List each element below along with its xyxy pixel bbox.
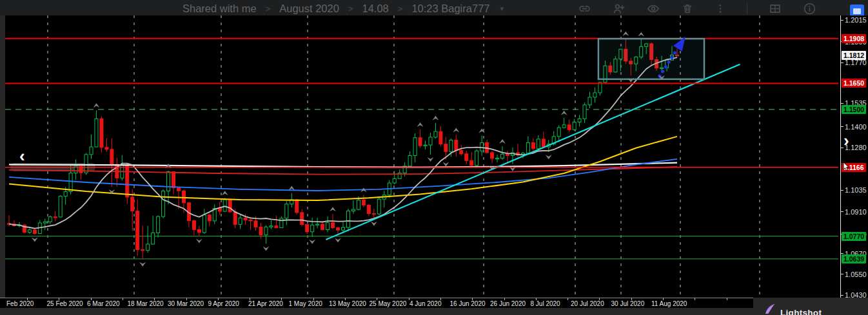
date-label: 18 Mar 2020 bbox=[128, 300, 164, 307]
price-tick-label: 1.0550 bbox=[845, 270, 867, 279]
price-tick-label: 1.1280 bbox=[845, 143, 867, 152]
price-badge-red: 1.1650 bbox=[842, 79, 866, 88]
price-tick-label: 1.0910 bbox=[845, 207, 867, 216]
candles bbox=[8, 39, 679, 260]
caret-down-icon[interactable]: ▾ bbox=[500, 5, 504, 13]
link-icon[interactable] bbox=[578, 2, 591, 15]
date-tick bbox=[567, 298, 568, 300]
chevron-right-icon: > bbox=[348, 4, 353, 14]
chevron-right-icon: > bbox=[266, 4, 271, 14]
price-axis-line bbox=[840, 15, 841, 298]
price-tick bbox=[841, 274, 843, 274]
date-label: 25 Feb 2020 bbox=[47, 300, 83, 307]
price-tick bbox=[841, 295, 843, 296]
date-tick bbox=[695, 298, 695, 300]
header-separator bbox=[747, 3, 747, 14]
eye-icon[interactable] bbox=[646, 2, 660, 15]
price-tick-label: 1.0430 bbox=[845, 291, 867, 300]
watermark-label: Lightshot bbox=[780, 308, 822, 315]
price-badge-current: 1.1812 bbox=[842, 51, 866, 60]
breadcrumb-14-08[interactable]: 14.08 bbox=[362, 3, 389, 15]
breadcrumb-august-2020[interactable]: August 2020 bbox=[279, 3, 339, 15]
date-label: 21 Apr 2020 bbox=[248, 300, 283, 307]
price-tick bbox=[841, 190, 843, 191]
scroll-left-arrow[interactable]: ‹ bbox=[19, 149, 25, 162]
date-label: 20 Jul 2020 bbox=[571, 300, 604, 307]
date-label: 8 Jul 2020 bbox=[531, 300, 560, 307]
ma-blue bbox=[9, 159, 677, 191]
price-badge-red: 1.1908 bbox=[842, 34, 866, 43]
price-badge-green: 1.1500 bbox=[842, 105, 866, 114]
screenshot-stage: Shared with me > August 2020 > 14.08 > 1… bbox=[0, 0, 868, 315]
price-tick-label: 1.1035 bbox=[845, 186, 867, 195]
chart-plot-area[interactable]: ‹ bbox=[5, 15, 838, 298]
date-axis: Feb 202025 Feb 20206 Mar 202018 Mar 2020… bbox=[0, 298, 753, 308]
date-label: 6 Mar 2020 bbox=[87, 300, 120, 307]
trendline bbox=[326, 64, 740, 240]
date-label: 11 Aug 2020 bbox=[651, 300, 687, 307]
price-axis: › 1.20151.18901.17701.15351.14001.12801.… bbox=[838, 15, 868, 298]
price-tick bbox=[841, 253, 843, 254]
date-label: 30 Jul 2020 bbox=[611, 300, 645, 307]
price-tick bbox=[841, 148, 843, 148]
date-label: 16 Jun 2020 bbox=[450, 300, 486, 307]
feather-icon bbox=[765, 303, 776, 314]
app-header: Shared with me > August 2020 > 14.08 > 1… bbox=[0, 0, 868, 15]
more-vertical-icon[interactable] bbox=[715, 2, 726, 15]
date-label: Feb 2020 bbox=[6, 300, 34, 307]
price-badge-green: 1.0770 bbox=[842, 232, 866, 241]
grid-icon[interactable] bbox=[768, 2, 782, 15]
person-add-icon[interactable] bbox=[612, 2, 626, 15]
price-tick-label: 1.1400 bbox=[845, 122, 867, 131]
breadcrumb: Shared with me > August 2020 > 14.08 > 1… bbox=[182, 0, 504, 15]
breadcrumb-shared-with-me[interactable]: Shared with me bbox=[182, 3, 257, 15]
date-label: 9 Apr 2020 bbox=[208, 300, 239, 307]
header-actions bbox=[578, 1, 816, 15]
date-tick bbox=[123, 298, 123, 300]
watermark: Lightshot bbox=[765, 303, 822, 314]
date-label: 30 Mar 2020 bbox=[168, 300, 204, 307]
ma-yellow bbox=[9, 137, 677, 200]
breadcrumb-file-title[interactable]: 10:23 Bagira777 bbox=[411, 3, 489, 15]
ma-white bbox=[9, 163, 677, 167]
chevron-right-icon: > bbox=[398, 4, 403, 14]
price-tick-label: 1.2015 bbox=[845, 15, 867, 24]
price-tick bbox=[841, 126, 843, 127]
zone-rectangle bbox=[598, 39, 704, 79]
date-label: 1 May 2020 bbox=[289, 300, 322, 307]
price-tick bbox=[841, 20, 843, 21]
mouse-cursor-icon bbox=[843, 162, 851, 171]
price-tick bbox=[841, 62, 843, 63]
calendar-icon[interactable] bbox=[850, 5, 864, 16]
date-label: 4 Jun 2020 bbox=[409, 300, 442, 307]
date-label: 25 May 2020 bbox=[370, 300, 407, 307]
resistance-lines bbox=[5, 39, 838, 167]
date-tick bbox=[727, 298, 727, 300]
date-label: 26 Jun 2020 bbox=[490, 300, 526, 307]
info-icon[interactable] bbox=[803, 2, 816, 15]
price-tick bbox=[841, 211, 843, 212]
price-badge-green: 1.0639 bbox=[842, 254, 866, 263]
price-tick bbox=[841, 103, 843, 104]
trash-icon[interactable] bbox=[681, 2, 694, 15]
date-label: 13 May 2020 bbox=[329, 300, 366, 307]
candlestick-chart bbox=[5, 15, 838, 298]
